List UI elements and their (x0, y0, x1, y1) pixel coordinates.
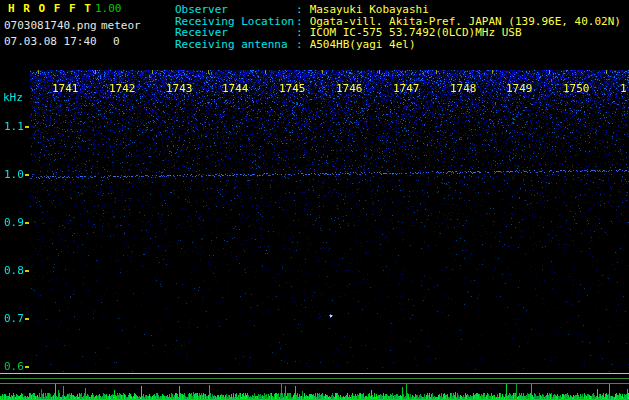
freq-label: 0.7 (4, 313, 24, 324)
timestamp: 07.03.08 17:40 (4, 36, 97, 47)
info-value: Ogata-vill. Akita-Pref. JAPAN (139.96E, … (310, 16, 621, 27)
freq-label: 0.8 (4, 265, 24, 276)
info-label: Receiver (175, 27, 296, 38)
info-label: Receiving antenna (175, 39, 296, 50)
info-separator: : (296, 16, 303, 27)
info-separator: : (296, 27, 303, 38)
freq-label: 1.1 (4, 121, 24, 132)
time-label: 1746 (336, 83, 363, 94)
output-filename: 0703081740.png (4, 20, 97, 31)
time-label: 1749 (506, 83, 533, 94)
meteor-count: 0 (113, 36, 120, 47)
freq-tick (25, 126, 29, 128)
app-version: 1.00 (95, 3, 122, 14)
time-label: 1743 (166, 83, 193, 94)
station-info: Observer:Masayuki Kobayashi Receiving Lo… (175, 4, 621, 50)
freq-tick (25, 270, 29, 272)
info-label: Observer (175, 4, 296, 15)
time-label: 1742 (109, 83, 136, 94)
signal-level-strip-canvas (0, 372, 629, 400)
freq-label: 1.0 (4, 169, 24, 180)
time-label: 1747 (393, 83, 420, 94)
time-label: 1745 (279, 83, 306, 94)
freq-tick (25, 366, 29, 368)
info-value: A504HB(yagi 4el) (310, 39, 416, 50)
time-axis: 1741 1742 1743 1744 1745 1746 1747 1748 … (30, 70, 629, 372)
hrofft-output: H R O F F T 1.00 0703081740.png meteor 0… (0, 0, 629, 400)
info-separator: : (296, 4, 303, 15)
info-separator: : (296, 39, 303, 50)
info-label: Receiving Location (175, 16, 296, 27)
freq-label: 0.9 (4, 217, 24, 228)
time-label: 1744 (222, 83, 249, 94)
time-label: 1741 (52, 83, 79, 94)
freq-tick (25, 174, 29, 176)
time-label: 1750 (563, 83, 590, 94)
info-value: ICOM IC-575 53.7492(0LCD)MHz USB (310, 27, 522, 38)
freq-tick (25, 222, 29, 224)
mode-label: meteor (101, 20, 141, 31)
info-row-observer: Observer:Masayuki Kobayashi (175, 4, 621, 16)
app-title: H R O F F T (8, 3, 92, 14)
time-label-partial: 1 (620, 83, 627, 94)
freq-label: 0.6 (4, 361, 24, 372)
time-label: 1748 (450, 83, 477, 94)
freq-tick (25, 318, 29, 320)
freq-unit-label: kHz (3, 92, 23, 103)
info-value: Masayuki Kobayashi (310, 4, 429, 15)
info-row-antenna: Receiving antenna:A504HB(yagi 4el) (175, 39, 621, 51)
